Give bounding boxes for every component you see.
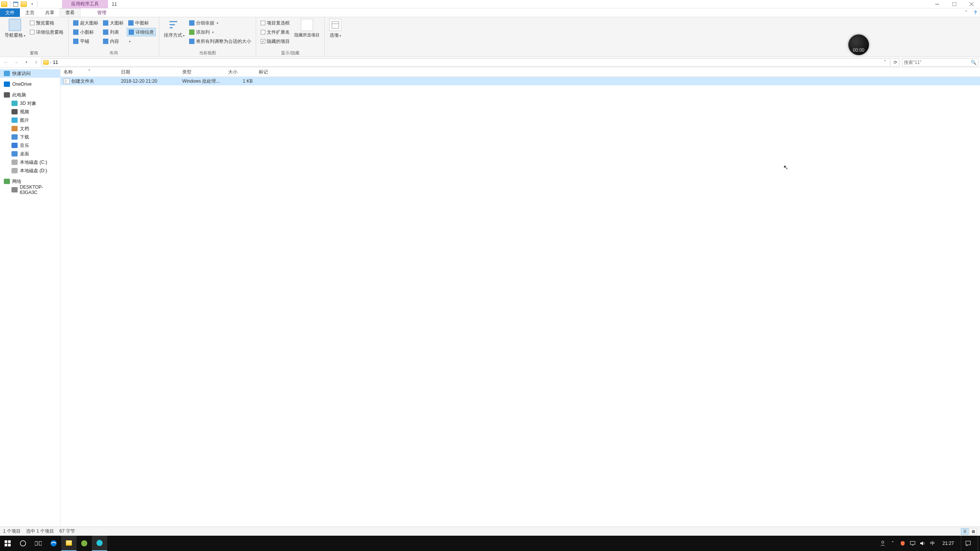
tray-security-icon[interactable] [900,540,906,546]
layout-details[interactable]: 详细信息 [127,28,156,36]
close-button[interactable] [963,0,980,8]
tab-manage[interactable]: 管理 [92,8,112,17]
tab-home[interactable]: 主页 [20,8,40,17]
minimize-button[interactable] [928,0,946,8]
checkbox-icon [30,21,34,25]
recent-locations-button[interactable]: ▾ [21,58,31,67]
show-desktop-button[interactable] [978,536,980,551]
preview-pane-button[interactable]: 预览窗格 [28,19,65,27]
tab-file[interactable]: 文件 [0,8,20,17]
group-by-button[interactable]: 分组依据▾ [188,19,253,27]
back-button[interactable]: ← [2,58,11,67]
file-row[interactable]: 创建文件夹 2018-12-20 21:20 Windows 批处理... 1 … [60,77,980,85]
tree-music[interactable]: 音乐 [0,141,60,150]
drive-icon [11,168,18,173]
options-icon [329,19,341,31]
layout-content[interactable]: 内容 [101,37,125,46]
col-tags[interactable]: 标记 [256,68,286,77]
tree-onedrive[interactable]: OneDrive [0,80,60,88]
tree-videos[interactable]: 视频 [0,108,60,116]
tray-people-icon[interactable] [880,540,886,546]
label: 将所有列调整为合适的大小 [196,38,251,45]
details-view-button[interactable]: ☰ [961,528,969,535]
taskbar-app-green[interactable] [77,536,92,551]
collapse-ribbon-button[interactable]: ˄ [962,8,971,17]
tree-documents[interactable]: 文档 [0,124,60,133]
taskbar-explorer[interactable] [61,536,77,551]
address-history-dropdown[interactable]: ˅ [882,60,889,65]
tree-3d-objects[interactable]: 3D 对象 [0,99,60,108]
col-size[interactable]: 大小 [225,68,256,77]
label: 网络 [12,178,21,185]
help-button[interactable]: ? [971,8,980,17]
tree-this-pc[interactable]: 此电脑 [0,91,60,99]
thumbnails-view-button[interactable]: ▦ [969,528,977,535]
ribbon-group-layout: 超大图标 小图标 平铺 大图标 列表 内容 中图标 详细信息 ▾ 布局 [69,17,159,57]
hidden-items-toggle[interactable]: ✓隐藏的项目 [259,37,291,46]
tray-ime[interactable]: 中 [929,540,936,546]
taskbar-clock[interactable]: 21:27 [939,541,957,546]
details-pane-button[interactable]: 详细信息窗格 [28,28,65,36]
sort-by-button[interactable]: 排序方式▾ [162,18,187,39]
tray-show-hidden-icon[interactable]: ˄ [890,540,896,546]
tree-pictures[interactable]: 图片 [0,116,60,124]
layout-more[interactable]: ▾ [127,37,156,46]
nav-pane-button[interactable]: 导航窗格▾ [2,18,28,39]
cell-name: 创建文件夹 [60,78,118,85]
add-columns-icon [189,29,194,35]
tree-network-computer[interactable]: DESKTOP-63GA3C [0,186,60,194]
refresh-button[interactable]: ⟳ [891,58,900,67]
document-icon [11,126,18,131]
tree-desktop[interactable]: 桌面 [0,150,60,158]
qat-new-folder[interactable] [20,0,28,8]
forward-button[interactable]: → [11,58,21,67]
taskbar-edge[interactable] [46,536,61,551]
file-rows[interactable]: 创建文件夹 2018-12-20 21:20 Windows 批处理... 1 … [60,77,980,527]
options-button[interactable]: 选项▾ [327,18,344,39]
window-title: 11 [108,2,121,7]
hide-selected-button[interactable]: 隐藏所选项目 [292,18,322,38]
layout-small[interactable]: 小图标 [72,28,100,36]
checkbox-icon [261,21,265,25]
col-name[interactable]: 名称▴ [60,68,118,77]
taskbar-app-teal[interactable] [92,536,107,551]
layout-medium[interactable]: 中图标 [127,19,156,27]
label: 添加列 [196,29,210,36]
breadcrumb-segment[interactable]: 11 [53,60,58,65]
add-columns-button[interactable]: 添加列▾ [188,28,253,36]
svg-rect-9 [332,21,339,28]
tree-downloads[interactable]: 下载 [0,133,60,141]
task-view-button[interactable] [31,536,46,551]
item-checkboxes-toggle[interactable]: 项目复选框 [259,19,291,27]
tree-drive-c[interactable]: 本地磁盘 (C:) [0,158,60,166]
tree-drive-d[interactable]: 本地磁盘 (D:) [0,166,60,175]
screen-recorder-widget[interactable]: 00:00 [848,34,869,55]
up-button[interactable]: ↑ [31,58,41,67]
label: 音乐 [20,142,29,149]
start-button[interactable] [0,536,15,551]
address-input[interactable]: › 11 ˅ [41,58,890,67]
large-icon [103,20,108,26]
search-input[interactable] [904,60,971,65]
tab-share[interactable]: 共享 [40,8,60,17]
size-columns-button[interactable]: 将所有列调整为合适的大小 [188,37,253,46]
col-date[interactable]: 日期 [118,68,179,77]
navigation-tree[interactable]: 快速访问 OneDrive 此电脑 3D 对象 视频 图片 文档 下载 音乐 桌… [0,68,60,527]
search-box[interactable]: 🔍 [902,58,978,67]
tray-volume-icon[interactable] [920,540,926,546]
layout-extra-large[interactable]: 超大图标 [72,19,100,27]
maximize-button[interactable] [946,0,963,8]
layout-large[interactable]: 大图标 [101,19,125,27]
layout-list[interactable]: 列表 [101,28,125,36]
qat-customize[interactable]: ▾ [28,0,36,8]
file-ext-toggle[interactable]: 文件扩展名 [259,28,291,36]
tree-quick-access[interactable]: 快速访问 [0,69,60,78]
col-type[interactable]: 类型 [179,68,225,77]
cortana-button[interactable] [15,536,31,551]
music-icon [11,143,18,148]
layout-tiles[interactable]: 平铺 [72,37,100,46]
qat-properties[interactable] [12,0,20,8]
tray-network-icon[interactable] [910,540,916,546]
action-center-button[interactable] [961,536,975,551]
tab-view[interactable]: 查看 [60,8,80,17]
